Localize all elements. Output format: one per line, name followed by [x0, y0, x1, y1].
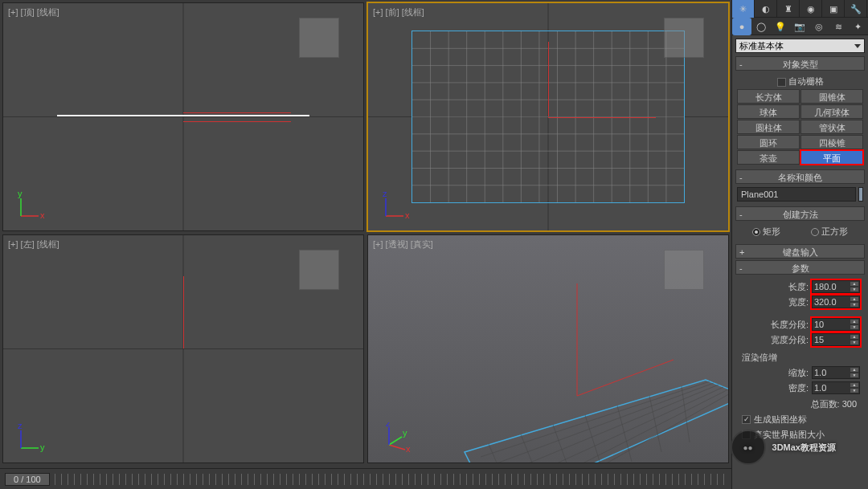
length-segs-spinner[interactable]: ▲▼: [812, 318, 860, 331]
axis-gizmo-icon: y z: [14, 422, 47, 454]
viewport-top[interactable]: [+] [顶] [线框] x y: [2, 2, 364, 231]
svg-line-43: [497, 383, 714, 463]
viewport-label-front: [+] [前] [线框]: [373, 6, 424, 18]
subtab-geometry-icon[interactable]: ●: [732, 18, 751, 35]
btn-torus[interactable]: 圆环: [737, 135, 800, 149]
viewport-label-top: [+] [顶] [线框]: [8, 6, 59, 18]
svg-text:x: x: [40, 210, 45, 220]
subtab-helpers-icon[interactable]: ◎: [809, 18, 829, 35]
width-spinner[interactable]: ▲▼: [812, 295, 860, 308]
btn-teapot[interactable]: 茶壶: [737, 150, 800, 165]
viewcube-icon[interactable]: [299, 250, 339, 290]
subtab-cameras-icon[interactable]: 📷: [790, 18, 809, 35]
svg-text:y: y: [18, 190, 23, 198]
btn-plane[interactable]: 平面: [800, 150, 863, 165]
viewport-front[interactable]: [+] [前] [线框] x z: [367, 2, 729, 231]
render-mult-label: 渲染倍增: [737, 352, 863, 364]
subtab-lights-icon[interactable]: 💡: [771, 18, 790, 35]
watermark: ●● 3DMax教程资源: [731, 430, 836, 465]
plane-edge: [57, 115, 309, 116]
svg-line-44: [513, 385, 719, 463]
tab-motion[interactable]: ◉: [800, 0, 822, 18]
tab-display[interactable]: ▣: [822, 0, 845, 18]
viewcube-icon[interactable]: [664, 18, 704, 58]
viewcube-icon[interactable]: [299, 18, 339, 58]
command-panel: ✳ ◐ ♜ ◉ ▣ 🔧 ● ◯ 💡 📷 ◎ ≋ ✦ 标准基本体 -对象类型 自动…: [731, 0, 868, 489]
color-swatch[interactable]: [858, 187, 863, 202]
svg-text:z: z: [383, 190, 387, 198]
category-dropdown[interactable]: 标准基本体: [735, 39, 865, 53]
svg-line-56: [577, 360, 674, 396]
tab-create[interactable]: ✳: [732, 0, 755, 18]
radio-square[interactable]: 正方形: [811, 226, 848, 238]
svg-text:y: y: [403, 428, 407, 438]
autogrid-checkbox[interactable]: 自动栅格: [737, 74, 863, 89]
time-ruler[interactable]: [55, 474, 727, 485]
viewport-label-left: [+] [左] [线框]: [8, 238, 59, 251]
object-name-input[interactable]: [737, 187, 856, 202]
length-spinner[interactable]: ▲▼: [812, 280, 860, 293]
subtab-spacewarps-icon[interactable]: ≋: [829, 18, 848, 35]
rollout-keyboard[interactable]: +键盘输入: [735, 244, 865, 259]
btn-pyramid[interactable]: 四棱锥: [800, 135, 863, 149]
chevron-down-icon: [854, 44, 861, 48]
btn-cylinder[interactable]: 圆柱体: [737, 120, 800, 134]
axis-gizmo-icon: x z: [379, 190, 411, 222]
svg-text:z: z: [18, 422, 23, 430]
svg-text:y: y: [40, 442, 45, 452]
subtab-systems-icon[interactable]: ✦: [848, 18, 867, 35]
btn-geosphere[interactable]: 几何球体: [800, 104, 863, 119]
viewcube-icon[interactable]: [664, 250, 704, 290]
density-spinner[interactable]: ▲▼: [812, 381, 860, 394]
scale-spinner[interactable]: ▲▼: [812, 366, 860, 379]
radio-rectangle[interactable]: 矩形: [752, 226, 780, 238]
svg-text:x: x: [406, 444, 411, 454]
btn-sphere[interactable]: 球体: [737, 104, 800, 119]
wechat-icon: ●●: [731, 430, 766, 465]
viewport-perspective[interactable]: [+] [透视] [真实] x y z: [367, 234, 729, 463]
category-value: 标准基本体: [739, 40, 784, 52]
total-faces: 总面数: 300: [737, 397, 863, 412]
tab-hierarchy[interactable]: ♜: [777, 0, 800, 18]
rollout-name-color[interactable]: -名称和颜色: [735, 169, 865, 184]
svg-text:z: z: [386, 422, 391, 428]
rollout-object-type[interactable]: -对象类型: [735, 56, 865, 71]
rollout-creation[interactable]: -创建方法: [735, 206, 865, 221]
gen-mapping-checkbox[interactable]: 生成贴图坐标: [737, 412, 863, 427]
btn-box[interactable]: 长方体: [737, 89, 800, 104]
axis-gizmo-icon: x y z: [379, 422, 411, 454]
rollout-params[interactable]: -参数: [735, 260, 865, 275]
svg-text:x: x: [405, 210, 410, 220]
viewport-label-persp: [+] [透视] [真实]: [373, 238, 433, 251]
time-slider[interactable]: 0 / 100: [5, 473, 50, 486]
width-segs-spinner[interactable]: ▲▼: [812, 333, 860, 346]
svg-line-53: [649, 396, 661, 452]
svg-line-48: [489, 444, 513, 463]
svg-line-47: [561, 392, 728, 463]
tab-modify[interactable]: ◐: [755, 0, 777, 18]
btn-tube[interactable]: 管状体: [800, 120, 863, 134]
tab-utilities[interactable]: 🔧: [845, 0, 867, 18]
subtab-shapes-icon[interactable]: ◯: [751, 18, 771, 35]
svg-line-57: [389, 445, 405, 450]
svg-line-50: [553, 425, 573, 463]
axis-gizmo-icon: x y: [14, 190, 47, 222]
btn-cone[interactable]: 圆锥体: [800, 89, 863, 104]
viewport-left[interactable]: [+] [左] [线框] y z: [2, 234, 364, 463]
svg-line-54: [682, 386, 690, 442]
timeline[interactable]: 0 / 100: [0, 468, 731, 489]
svg-line-59: [389, 437, 402, 445]
